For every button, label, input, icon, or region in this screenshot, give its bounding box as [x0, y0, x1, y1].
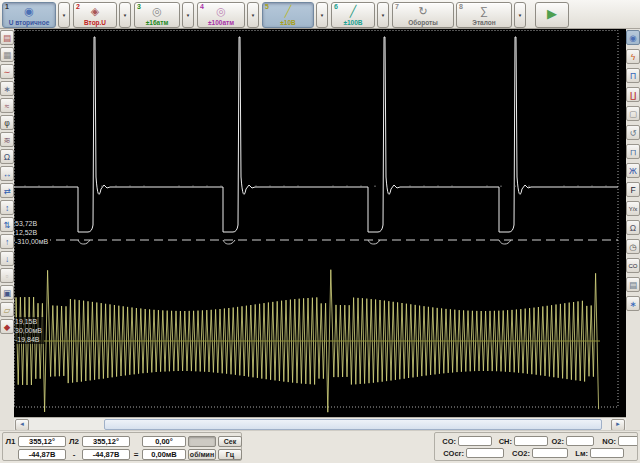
open-folder-button[interactable]: ▱: [0, 302, 14, 317]
waves-button[interactable]: ≋: [0, 132, 14, 147]
dropdown-arrow-icon[interactable]: ▼: [182, 2, 194, 28]
dropdown-arrow-icon[interactable]: ▼: [514, 2, 526, 28]
co2-label: CO2:: [506, 449, 530, 458]
step-signal-icon: ⊓: [630, 146, 637, 158]
rpm-unit-button[interactable]: об/мин: [188, 449, 216, 460]
minus-operator: -: [73, 450, 76, 459]
distributor-button[interactable]: ◉: [626, 30, 640, 45]
angle-difference-field[interactable]: [142, 436, 186, 447]
disabled-button[interactable]: ▫: [0, 268, 14, 283]
shift-up-icon: ↑: [5, 236, 9, 248]
compress-horizontal-icon: ⇄: [3, 185, 10, 197]
expand-vertical-button[interactable]: ↕: [0, 200, 14, 215]
oscillogram-icon: ▤: [3, 32, 11, 44]
co-field[interactable]: [458, 436, 492, 446]
marker1-angle-field[interactable]: [18, 436, 66, 447]
cursor-value: 30,00мВ: [15, 326, 42, 335]
button-label: Обороты: [393, 19, 453, 27]
probe-green-icon: ╱: [332, 5, 374, 17]
wave-button[interactable]: ∼: [0, 64, 14, 79]
save-icon: ▣: [3, 287, 11, 299]
gas-row: COcr: CO2: Lм:: [438, 447, 637, 459]
ignition-blip: [499, 240, 511, 244]
clipboard-button[interactable]: ▢: [626, 106, 640, 121]
toolbar-button-pressure-sensor-2[interactable]: 4◎±100атм: [197, 2, 245, 28]
unit-blank-button[interactable]: [188, 436, 216, 447]
dropdown-arrow-icon[interactable]: ▼: [247, 2, 259, 28]
meter-icon: ▤: [629, 279, 637, 291]
toolbar-button-ignition-coil[interactable]: 2◈Втор.U: [73, 2, 117, 28]
toolbar-button-reference[interactable]: 8∑Эталон: [456, 2, 512, 28]
shift-up-button[interactable]: ↑: [0, 234, 14, 249]
marker2-angle-field[interactable]: [82, 436, 130, 447]
gas-analyzer-panel: CO: CH: O2: NO: COcr: CO2: Lм:: [434, 432, 638, 461]
scrollbar-thumb[interactable]: [104, 419, 602, 430]
phase-wave-icon: ≈: [5, 100, 10, 112]
clock-icon: ◷: [629, 241, 636, 253]
ch-field[interactable]: [514, 436, 548, 446]
expand-horizontal-icon: ↔: [3, 168, 12, 180]
dropdown-arrow-icon[interactable]: ▼: [377, 2, 389, 28]
toolbar-button-probe-yellow[interactable]: 5╱±10В: [262, 2, 314, 28]
fan-button[interactable]: ∗: [626, 296, 640, 311]
expand-horizontal-button[interactable]: ↔: [0, 166, 14, 181]
ignition-coil-icon: ◈: [74, 5, 116, 17]
toolbar: 1◉U вторичное▼2◈Втор.U▼3◎±16атм▼4◎±100ат…: [0, 0, 640, 29]
cocr-field[interactable]: [466, 448, 504, 458]
play-button[interactable]: ▶: [535, 2, 569, 28]
o2-field[interactable]: [566, 436, 594, 446]
hertz-unit-button[interactable]: Гц: [218, 449, 242, 460]
no-field[interactable]: [618, 436, 638, 446]
save-button[interactable]: ▣: [0, 285, 14, 300]
ch-label: CH:: [494, 437, 512, 446]
cycle-button[interactable]: ↺: [626, 125, 640, 140]
o2-label: O2:: [550, 437, 564, 446]
cursor-value: 12,52В: [15, 228, 48, 237]
cursor-value: 19,15В: [15, 317, 42, 326]
ratio-button[interactable]: Y/x: [626, 201, 640, 216]
toolbar-button-probe-green[interactable]: 6╱±100В: [331, 2, 375, 28]
phase-wave-button[interactable]: ≈: [0, 98, 14, 113]
toolbar-button-distributor[interactable]: 1◉U вторичное: [2, 2, 56, 28]
toolbar-button-rpm[interactable]: 7↻Обороты: [392, 2, 454, 28]
step-signal-button[interactable]: ⊓: [626, 144, 640, 159]
marker2-voltage-field[interactable]: [82, 449, 130, 460]
compress-vertical-icon: ⇅: [3, 219, 10, 231]
pulse-negative-button[interactable]: ∐: [626, 87, 640, 102]
propeller-button[interactable]: ∗: [0, 81, 14, 96]
marker1-voltage-field[interactable]: [18, 449, 66, 460]
pressure-sensor-2-icon: ◎: [198, 5, 244, 17]
dropdown-arrow-icon[interactable]: ▼: [58, 2, 70, 28]
seconds-unit-button[interactable]: Сек: [218, 436, 242, 447]
dropdown-arrow-icon[interactable]: ▼: [119, 2, 131, 28]
clock-button[interactable]: ◷: [626, 239, 640, 254]
button-label: ±16атм: [135, 19, 179, 27]
ratio-icon: Y/x: [629, 203, 638, 215]
ignition-blip: [223, 240, 235, 244]
cocr-label: COcr:: [438, 449, 464, 458]
lambda-field[interactable]: [590, 448, 624, 458]
expand-vertical-icon: ↕: [5, 202, 9, 214]
scales-button[interactable]: Ж: [626, 163, 640, 178]
oscillogram-button[interactable]: ▤: [0, 30, 14, 45]
function-button[interactable]: F: [626, 182, 640, 197]
voltage-difference-field[interactable]: [142, 449, 186, 460]
omega-button[interactable]: Ω: [0, 149, 14, 164]
cursor-values-secondary: 53,72В 12,52В -310,00мВ: [15, 219, 50, 246]
distributor-icon: ◉: [629, 32, 636, 44]
phi-button[interactable]: φ: [0, 115, 14, 130]
impulse-button[interactable]: ▦: [0, 47, 14, 62]
shift-down-button[interactable]: ↓: [0, 251, 14, 266]
dropdown-arrow-icon[interactable]: ▼: [316, 2, 328, 28]
print-icon: ◆: [4, 321, 11, 333]
spark-button[interactable]: ϟ: [626, 49, 640, 64]
pulse-positive-button[interactable]: Π: [626, 68, 640, 83]
print-button[interactable]: ◆: [0, 319, 14, 334]
meter-button[interactable]: ▤: [626, 277, 640, 292]
lock-button[interactable]: Ω: [626, 220, 640, 235]
toolbar-button-pressure-sensor[interactable]: 3◎±16атм: [134, 2, 180, 28]
gas-analyzer-button[interactable]: CO: [626, 258, 640, 273]
compress-vertical-button[interactable]: ⇅: [0, 217, 14, 232]
compress-horizontal-button[interactable]: ⇄: [0, 183, 14, 198]
co2-field[interactable]: [532, 448, 568, 458]
